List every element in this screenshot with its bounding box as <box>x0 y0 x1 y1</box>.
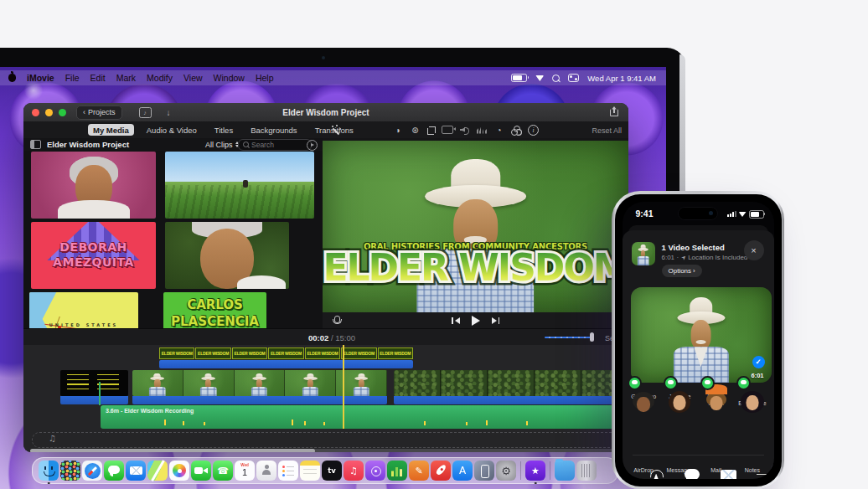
dock-icon-photos[interactable] <box>169 461 189 481</box>
contact-maria[interactable]: MaríaBenavente <box>734 389 770 450</box>
reset-all-button[interactable]: Reset All <box>592 126 622 135</box>
apple-menu-icon[interactable] <box>8 74 16 82</box>
stabilization-icon[interactable] <box>442 126 453 134</box>
menu-clock[interactable]: Wed Apr 1 9:41 AM <box>587 74 656 83</box>
dock-icon-contacts[interactable] <box>256 461 276 481</box>
clip-filter-icon[interactable] <box>511 126 521 134</box>
menu-view[interactable]: View <box>183 73 203 83</box>
clip-interview-woman-pink[interactable] <box>31 152 156 219</box>
playhead[interactable] <box>343 345 344 429</box>
media-browser-icon[interactable]: ♪ <box>139 107 152 118</box>
close-button[interactable]: × <box>744 240 764 260</box>
interview-audio-strip[interactable] <box>132 396 387 404</box>
menu-edit[interactable]: Edit <box>90 73 106 83</box>
auto-enhance-icon[interactable] <box>331 126 341 136</box>
dock-icon-finder[interactable] <box>39 461 59 481</box>
dock-icon-iphone-mirroring[interactable] <box>474 461 494 481</box>
timeline-clip-interview[interactable] <box>132 370 387 396</box>
wifi-icon[interactable] <box>535 75 544 81</box>
dock-icon-facetime[interactable] <box>191 461 211 481</box>
voiceover-audio-clip[interactable]: 3.6m - Elder Wisdom Recording <box>101 405 628 429</box>
tab-titles[interactable]: Titles <box>209 124 238 136</box>
background-music-lane[interactable] <box>32 432 628 448</box>
dock-icon-notes[interactable] <box>300 461 320 481</box>
share-icon[interactable] <box>610 108 618 116</box>
share-app-airdrop[interactable]: AirDrop <box>626 463 662 479</box>
dock-icon-reminders[interactable] <box>278 461 298 481</box>
previous-frame-button[interactable] <box>452 317 460 324</box>
import-media-icon[interactable]: ↓ <box>167 108 171 117</box>
next-frame-button[interactable] <box>492 317 500 324</box>
color-correction-icon[interactable]: ⊛ <box>410 126 421 135</box>
clip-interview-woman-closeup[interactable] <box>165 222 289 289</box>
dock-icon-rocket-app[interactable] <box>431 461 451 481</box>
credits-audio-strip[interactable] <box>60 396 128 404</box>
menu-window[interactable]: Window <box>214 73 245 83</box>
dock-icon-imovie[interactable]: ★ <box>525 461 545 481</box>
info-icon[interactable]: i <box>528 125 539 136</box>
circled-play-icon[interactable] <box>307 140 318 151</box>
farm-audio-strip[interactable] <box>394 396 628 404</box>
contact-jasmine[interactable]: JasmineGarcia <box>662 389 698 450</box>
menu-help[interactable]: Help <box>256 73 274 83</box>
dock-icon-phone[interactable]: ☎ <box>213 461 233 481</box>
spotlight-icon[interactable] <box>552 75 560 82</box>
contact-guillermo[interactable]: GuillermoCastillo <box>626 389 662 450</box>
crop-icon[interactable] <box>427 126 435 134</box>
clips-filter-dropdown[interactable]: All Clips <box>205 141 239 149</box>
tab-audio-video[interactable]: Audio & Video <box>142 124 202 136</box>
contact-leticia[interactable]: LeticiaIbarra <box>698 389 734 450</box>
timeline-clip-credits[interactable] <box>60 370 128 396</box>
menu-imovie[interactable]: iMovie <box>27 73 54 83</box>
timeline-clip-farm[interactable] <box>394 370 628 396</box>
volume-icon[interactable] <box>460 126 470 134</box>
search-input[interactable]: Search <box>238 139 312 151</box>
dock-icon-music[interactable]: ♫ <box>344 461 364 481</box>
dock-icon-launchpad[interactable] <box>60 461 80 481</box>
voiceover-mic-icon[interactable] <box>334 316 340 323</box>
dock-icon-tv[interactable]: tv <box>322 461 342 481</box>
clip-title-card-carlos[interactable]: CARLOS PLASCENCIA <box>163 292 266 328</box>
dock-icon-app-store[interactable]: A <box>452 461 473 481</box>
dock-icon-trash[interactable] <box>576 461 597 481</box>
menu-modify[interactable]: Modify <box>147 73 173 83</box>
zoom-window-button[interactable] <box>59 109 66 116</box>
tab-backgrounds[interactable]: Backgrounds <box>245 124 302 136</box>
dock-icon-pages[interactable]: ✎ <box>409 461 429 481</box>
clip-title-card-deborah[interactable]: DEBORAH AMÉZQUITA <box>31 222 156 289</box>
tab-my-media[interactable]: My Media <box>88 124 134 136</box>
speed-icon[interactable]: ◔ <box>493 126 504 135</box>
share-app-mail[interactable]: Mail <box>698 463 734 479</box>
sidebar-toggle-icon[interactable] <box>30 140 41 149</box>
timeline-zoom-slider[interactable] <box>545 337 592 338</box>
dock-icon-system-settings[interactable]: ⚙ <box>496 461 516 481</box>
dock-icon-maps[interactable] <box>147 461 168 481</box>
dock-icon-messages[interactable] <box>104 461 124 481</box>
title-clip-row[interactable]: ELDER WISDOM ELDER WISDOM ELDER WISDOM E… <box>159 347 413 359</box>
clip-map-united-states[interactable]: UNITED STATES <box>29 292 138 328</box>
back-to-projects-button[interactable]: ‹ Projects <box>76 106 122 120</box>
dock-icon-mail[interactable] <box>126 461 146 481</box>
noise-reduction-icon[interactable] <box>477 126 487 134</box>
minimize-window-button[interactable] <box>45 109 53 116</box>
timeline-zoom-handle[interactable] <box>590 332 594 342</box>
color-balance-icon[interactable]: ◑ <box>392 126 403 135</box>
dock-icon-numbers[interactable] <box>387 461 407 481</box>
dock-icon-downloads-folder[interactable] <box>555 461 575 481</box>
battery-icon[interactable] <box>511 74 527 82</box>
clip-farm-field[interactable] <box>165 152 314 219</box>
play-button[interactable] <box>472 316 480 326</box>
viewer-video[interactable]: ORAL HISTORIES FROM COMMUNITY ANCESTORS … <box>323 141 628 312</box>
dock-icon-podcasts[interactable] <box>365 461 385 481</box>
close-window-button[interactable] <box>32 109 39 116</box>
menu-file[interactable]: File <box>65 73 80 83</box>
share-app-messages[interactable]: Messages <box>662 463 698 479</box>
title-clip-bar[interactable] <box>159 360 413 368</box>
menu-mark[interactable]: Mark <box>116 73 136 83</box>
control-center-icon[interactable] <box>568 74 579 82</box>
dock-icon-calendar[interactable]: Wed1 <box>235 461 255 481</box>
video-preview-card[interactable]: ✓ 6:01 <box>631 287 772 383</box>
options-button[interactable]: Options › <box>662 265 702 277</box>
timeline-scrollbar-thumb[interactable] <box>30 449 315 452</box>
dock-icon-safari[interactable] <box>82 461 102 481</box>
